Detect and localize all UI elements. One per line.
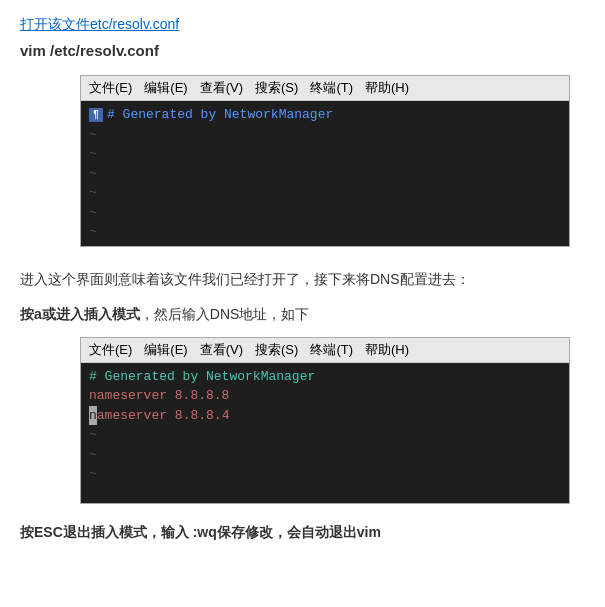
tilde-char-6: ~ xyxy=(89,222,97,242)
esc-instruction: 按ESC退出插入模式，输入 :wq保存修改，会自动退出vim xyxy=(20,524,381,540)
vim-tilde-6: ~ xyxy=(89,222,561,242)
tilde-2-3: ~ xyxy=(89,464,97,484)
vim-tilde-2-1: ~ xyxy=(89,425,561,445)
tilde-2-1: ~ xyxy=(89,425,97,445)
vim-tilde-2: ~ xyxy=(89,144,561,164)
vim-line-ns1: nameserver 8.8.8.8 xyxy=(89,386,561,406)
tilde-char-3: ~ xyxy=(89,164,97,184)
vim-command: vim /etc/resolv.conf xyxy=(20,42,585,59)
menu-help-2[interactable]: 帮助(H) xyxy=(365,341,409,359)
nameserver-1: nameserver 8.8.8.8 xyxy=(89,386,229,406)
vim-tilde-3: ~ xyxy=(89,164,561,184)
file-link[interactable]: 打开该文件etc/resolv.conf xyxy=(20,16,585,34)
bottom-note: 按ESC退出插入模式，输入 :wq保存修改，会自动退出vim xyxy=(20,524,585,542)
menu-file-1[interactable]: 文件(E) xyxy=(89,79,132,97)
tilde-char-1: ~ xyxy=(89,125,97,145)
vim-cursor: n xyxy=(89,406,97,426)
menu-edit-1[interactable]: 编辑(E) xyxy=(144,79,187,97)
menu-view-2[interactable]: 查看(V) xyxy=(200,341,243,359)
vim-line-ns2: nameserver 8.8.8.4 xyxy=(89,406,561,426)
vim-comment-line: ¶ # Generated by NetworkManager xyxy=(89,105,561,125)
menu-edit-2[interactable]: 编辑(E) xyxy=(144,341,187,359)
vim-window-2: 文件(E) 编辑(E) 查看(V) 搜索(S) 终端(T) 帮助(H) # Ge… xyxy=(80,337,570,504)
menu-view-1[interactable]: 查看(V) xyxy=(200,79,243,97)
section-text-1: 进入这个界面则意味着该文件我们已经打开了，接下来将DNS配置进去： xyxy=(20,267,585,292)
vim-comment-2: # Generated by NetworkManager xyxy=(89,367,315,387)
tilde-2-2: ~ xyxy=(89,445,97,465)
nameserver-2: ameserver 8.8.8.4 xyxy=(97,406,230,426)
vim-tilde-1: ~ xyxy=(89,125,561,145)
vim-tilde-4: ~ xyxy=(89,183,561,203)
tilde-char-2: ~ xyxy=(89,144,97,164)
menu-search-2[interactable]: 搜索(S) xyxy=(255,341,298,359)
menu-help-1[interactable]: 帮助(H) xyxy=(365,79,409,97)
insert-mode-label: 按a或进入插入模式 xyxy=(20,306,140,322)
vim-tilde-2-2: ~ xyxy=(89,445,561,465)
vim-content-2: # Generated by NetworkManager nameserver… xyxy=(81,363,569,503)
vim-tilde-2-3: ~ xyxy=(89,464,561,484)
section-text-2: 按a或进入插入模式，然后输入DNS地址，如下 xyxy=(20,302,585,327)
menu-search-1[interactable]: 搜索(S) xyxy=(255,79,298,97)
vim-menubar-1: 文件(E) 编辑(E) 查看(V) 搜索(S) 终端(T) 帮助(H) xyxy=(81,76,569,101)
menu-terminal-1[interactable]: 终端(T) xyxy=(310,79,353,97)
menu-file-2[interactable]: 文件(E) xyxy=(89,341,132,359)
vim-comment-text: # Generated by NetworkManager xyxy=(107,105,333,125)
tilde-char-5: ~ xyxy=(89,203,97,223)
tilde-char-4: ~ xyxy=(89,183,97,203)
vim-menubar-2: 文件(E) 编辑(E) 查看(V) 搜索(S) 终端(T) 帮助(H) xyxy=(81,338,569,363)
vim-line-comment: # Generated by NetworkManager xyxy=(89,367,561,387)
vim-window-1: 文件(E) 编辑(E) 查看(V) 搜索(S) 终端(T) 帮助(H) ¶ # … xyxy=(80,75,570,247)
menu-terminal-2[interactable]: 终端(T) xyxy=(310,341,353,359)
vim-tilde-5: ~ xyxy=(89,203,561,223)
vim-icon: ¶ xyxy=(89,108,103,122)
vim-content-1: ¶ # Generated by NetworkManager ~ ~ ~ ~ … xyxy=(81,101,569,246)
